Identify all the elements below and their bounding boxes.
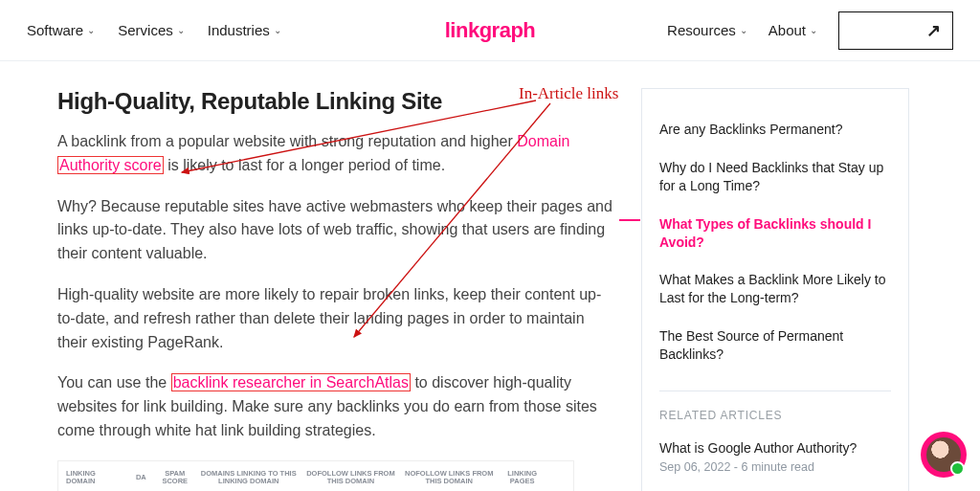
toc-item[interactable]: Are any Backlinks Permanent? <box>659 110 891 148</box>
support-avatar-icon <box>926 437 961 472</box>
nav-left-group: Software⌄ Services⌄ Industries⌄ <box>27 22 281 38</box>
article-paragraph-2: Why? Because reputable sites have active… <box>57 195 612 266</box>
article-paragraph-4: You can use the backlink researcher in S… <box>57 371 612 442</box>
active-indicator <box>619 219 640 221</box>
toc-item[interactable]: Why do I Need Backlinks that Stay up for… <box>659 148 891 205</box>
nav-about[interactable]: About⌄ <box>768 22 817 38</box>
chevron-down-icon: ⌄ <box>740 25 747 35</box>
backlink-researcher-link[interactable]: backlink researcher in SearchAtlas <box>171 373 411 391</box>
cta-button[interactable]: ↗ <box>838 11 953 50</box>
chevron-down-icon: ⌄ <box>274 25 281 35</box>
toc-sidebar: Are any Backlinks Permanent?Why do I Nee… <box>641 88 909 491</box>
nav-industries[interactable]: Industries⌄ <box>208 22 281 38</box>
page-body: High-Quality, Reputable Linking Site A b… <box>0 61 980 491</box>
related-articles-header: RELATED ARTICLES <box>659 391 891 422</box>
related-article-item[interactable]: What is Google Author Authority?Sep 06, … <box>659 432 891 481</box>
chevron-down-icon: ⌄ <box>177 25 185 35</box>
nav-right-group: Resources⌄ About⌄ ↗ <box>667 11 953 50</box>
toc-item[interactable]: What Types of Backlinks should I Avoid? <box>659 205 891 261</box>
nav-resources[interactable]: Resources⌄ <box>667 22 747 38</box>
toc-item[interactable]: The Best Source of Permanent Backlinks? <box>659 317 891 373</box>
article-content: High-Quality, Reputable Linking Site A b… <box>57 88 612 491</box>
article-paragraph-1: A backlink from a popular website with s… <box>57 130 612 178</box>
brand-logo[interactable]: linkgraph <box>445 18 536 43</box>
related-article-item[interactable]: How To Build High-Quality Links Through … <box>659 481 891 491</box>
nav-services[interactable]: Services⌄ <box>118 22 185 38</box>
nav-software[interactable]: Software⌄ <box>27 22 95 38</box>
chevron-down-icon: ⌄ <box>87 25 95 35</box>
arrow-up-right-icon: ↗ <box>926 20 941 41</box>
chevron-down-icon: ⌄ <box>810 25 817 35</box>
article-heading: High-Quality, Reputable Linking Site <box>57 88 612 115</box>
backlink-table-preview: LINKING DOMAINDASPAM SCOREDOMAINS LINKIN… <box>57 460 574 491</box>
main-navbar: Software⌄ Services⌄ Industries⌄ linkgrap… <box>0 0 980 61</box>
toc-item[interactable]: What Makes a Backlink More Likely to Las… <box>659 260 891 317</box>
article-paragraph-3: High-quality website are more likely to … <box>57 283 612 354</box>
chat-widget-button[interactable] <box>921 432 967 478</box>
